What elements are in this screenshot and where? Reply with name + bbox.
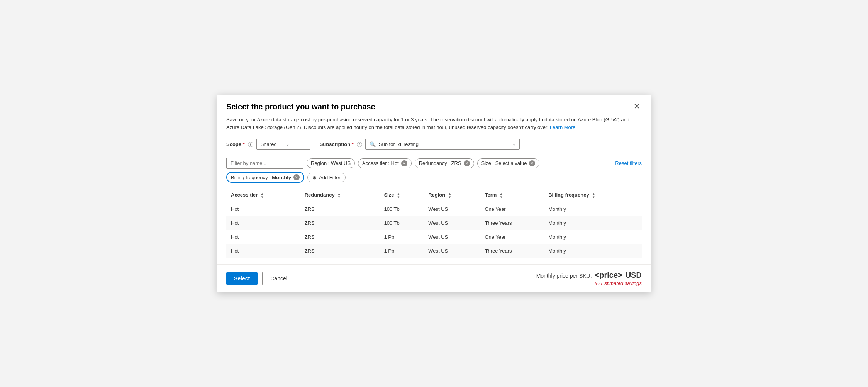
modal-header: Select the product you want to purchase …: [217, 95, 651, 116]
cell-access_tier: Hot: [226, 202, 300, 216]
cell-access_tier: Hot: [226, 230, 300, 244]
sort-redundancy-icon: ▲ ▼: [337, 192, 341, 199]
col-header-term[interactable]: Term ▲ ▼: [480, 189, 544, 202]
cell-region: West US: [424, 230, 480, 244]
region-tag-label: Region : West US: [311, 160, 351, 166]
sort-region-icon: ▲ ▼: [448, 192, 451, 199]
scope-required: *: [243, 141, 245, 147]
scope-label: Scope *: [226, 141, 245, 147]
footer-price-row: Monthly price per SKU: <price> USD: [536, 271, 642, 280]
learn-more-link[interactable]: Learn More: [550, 124, 575, 130]
modal-body: Save on your Azure data storage cost by …: [217, 116, 651, 264]
cell-region: West US: [424, 216, 480, 230]
redundancy-filter-tag[interactable]: Redundancy : ZRS ✕: [415, 158, 474, 168]
chevron-down-icon: ⌄: [286, 142, 289, 146]
search-icon: 🔍: [370, 141, 376, 147]
subscription-info-icon[interactable]: i: [357, 142, 362, 147]
modal-dialog: Select the product you want to purchase …: [217, 95, 651, 292]
scope-value: Shared: [261, 141, 277, 147]
cell-billing_frequency: Monthly: [544, 230, 642, 244]
cell-redundancy: ZRS: [300, 202, 380, 216]
col-header-size[interactable]: Size ▲ ▼: [379, 189, 424, 202]
sort-size-icon: ▲ ▼: [397, 192, 400, 199]
cell-billing_frequency: Monthly: [544, 202, 642, 216]
cell-region: West US: [424, 202, 480, 216]
cell-size: 1 Pb: [379, 230, 424, 244]
subscription-input[interactable]: [379, 141, 509, 147]
footer-actions: Select Cancel: [226, 272, 295, 285]
col-header-redundancy[interactable]: Redundancy ▲ ▼: [300, 189, 380, 202]
cell-term: Three Years: [480, 244, 544, 258]
modal-title: Select the product you want to purchase: [226, 102, 375, 111]
form-row: Scope * i Shared ⌄ Subscription * i 🔍: [226, 139, 642, 150]
region-filter-tag[interactable]: Region : West US: [307, 158, 355, 168]
cell-size: 100 Tb: [379, 216, 424, 230]
description-text: Save on your Azure data storage cost by …: [226, 116, 642, 131]
filter-by-name-input[interactable]: [226, 158, 303, 169]
cell-billing_frequency: Monthly: [544, 244, 642, 258]
price-currency: USD: [626, 271, 642, 280]
table-row[interactable]: HotZRS1 PbWest USOne YearMonthly: [226, 230, 642, 244]
cell-access_tier: Hot: [226, 244, 300, 258]
scope-dropdown[interactable]: Shared ⌄: [256, 139, 310, 150]
sort-access-tier-icon: ▲ ▼: [261, 192, 264, 199]
add-filter-icon: ⊕: [312, 175, 317, 180]
col-header-region[interactable]: Region ▲ ▼: [424, 189, 480, 202]
redundancy-remove-icon[interactable]: ✕: [464, 160, 470, 166]
redundancy-tag-label: Redundancy : ZRS: [419, 160, 461, 166]
price-value: <price>: [595, 271, 622, 280]
access-tier-filter-tag[interactable]: Access tier : Hot ✕: [358, 158, 412, 168]
size-filter-tag[interactable]: Size : Select a value ✕: [477, 158, 540, 168]
add-filter-label: Add Filter: [319, 175, 341, 180]
reset-filters-link[interactable]: Reset filters: [615, 160, 642, 166]
billing-frequency-tag-label: Billing frequency : Monthly: [231, 175, 291, 180]
billing-frequency-filter-tag[interactable]: Billing frequency : Monthly ✕: [226, 172, 304, 183]
cell-redundancy: ZRS: [300, 216, 380, 230]
cell-size: 100 Tb: [379, 202, 424, 216]
select-button[interactable]: Select: [226, 272, 258, 285]
subscription-chevron-icon: ⌄: [512, 142, 515, 146]
subscription-field-group: Subscription * i 🔍 ⌄: [320, 139, 520, 150]
scope-info-icon[interactable]: i: [248, 142, 253, 147]
cell-term: One Year: [480, 230, 544, 244]
cell-term: Three Years: [480, 216, 544, 230]
subscription-required: *: [352, 141, 354, 147]
col-header-access-tier[interactable]: Access tier ▲ ▼: [226, 189, 300, 202]
table-row[interactable]: HotZRS1 PbWest USThree YearsMonthly: [226, 244, 642, 258]
sort-billing-icon: ▲ ▼: [592, 192, 595, 199]
cell-billing_frequency: Monthly: [544, 216, 642, 230]
size-tag-label: Size : Select a value: [481, 160, 527, 166]
size-remove-icon[interactable]: ✕: [529, 160, 535, 166]
subscription-label: Subscription *: [320, 141, 354, 147]
subscription-input-container: 🔍 ⌄: [365, 139, 520, 150]
cell-size: 1 Pb: [379, 244, 424, 258]
table-header: Access tier ▲ ▼ Redundancy ▲ ▼: [226, 189, 642, 202]
table-row[interactable]: HotZRS100 TbWest USThree YearsMonthly: [226, 216, 642, 230]
cell-access_tier: Hot: [226, 216, 300, 230]
add-filter-button[interactable]: ⊕ Add Filter: [307, 173, 346, 182]
price-label: Monthly price per SKU:: [536, 273, 592, 279]
products-table-container: Access tier ▲ ▼ Redundancy ▲ ▼: [226, 189, 642, 258]
cell-region: West US: [424, 244, 480, 258]
table-row[interactable]: HotZRS100 TbWest USOne YearMonthly: [226, 202, 642, 216]
close-button[interactable]: ✕: [632, 102, 642, 110]
access-tier-tag-label: Access tier : Hot: [362, 160, 399, 166]
col-header-billing-frequency[interactable]: Billing frequency ▲ ▼: [544, 189, 642, 202]
cell-term: One Year: [480, 202, 544, 216]
table-body: HotZRS100 TbWest USOne YearMonthlyHotZRS…: [226, 202, 642, 258]
modal-footer: Select Cancel Monthly price per SKU: <pr…: [217, 264, 651, 292]
products-table: Access tier ▲ ▼ Redundancy ▲ ▼: [226, 189, 642, 258]
access-tier-remove-icon[interactable]: ✕: [401, 160, 407, 166]
billing-frequency-remove-icon[interactable]: ✕: [293, 174, 300, 180]
cancel-button[interactable]: Cancel: [262, 272, 295, 285]
footer-right: Monthly price per SKU: <price> USD % Est…: [536, 271, 642, 286]
scope-field-group: Scope * i Shared ⌄: [226, 139, 310, 150]
filters-row-2: Billing frequency : Monthly ✕ ⊕ Add Filt…: [226, 172, 642, 183]
cell-redundancy: ZRS: [300, 230, 380, 244]
cell-redundancy: ZRS: [300, 244, 380, 258]
sort-term-icon: ▲ ▼: [500, 192, 503, 199]
estimated-savings: % Estimated savings: [595, 280, 642, 286]
filters-row-1: Region : West US Access tier : Hot ✕ Red…: [226, 158, 642, 169]
